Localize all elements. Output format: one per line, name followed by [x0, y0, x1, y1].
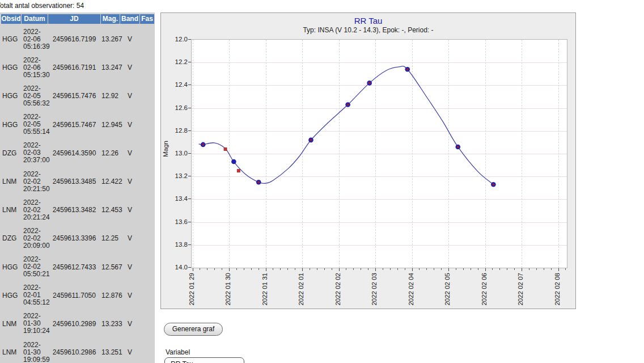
cell-band: V — [120, 121, 139, 129]
observation-point-overlay — [457, 146, 459, 148]
cell-obsid: HGG — [1, 292, 21, 299]
cell-mag: 13.267 — [101, 35, 120, 43]
cell-jd: 2459615.7476 — [48, 92, 100, 100]
x-tick-mark — [273, 268, 273, 270]
x-tick-mark — [565, 268, 566, 270]
chart-subtitle: Typ: INSA (V 10.2 - 14.3), Epok: -, Peri… — [161, 26, 575, 34]
cell-mag: 13.233 — [101, 320, 120, 328]
observation-point-overlay — [368, 82, 371, 84]
y-tick-mark — [188, 108, 191, 108]
observation-point — [237, 170, 240, 172]
cell-obsid: HGG — [1, 92, 21, 100]
table-row: HGG2022-02-0505:56:322459615.747612.92V — [0, 82, 155, 110]
variable-select[interactable]: RR Tau — [164, 357, 244, 363]
cell-band: V — [120, 292, 139, 299]
x-tick-mark — [310, 268, 310, 270]
cell-jd: 2459616.7191 — [48, 64, 100, 71]
cell-mag: 12.25 — [101, 234, 120, 242]
generate-graph-button[interactable]: Generera graf — [164, 323, 223, 336]
cell-mag: 12.422 — [101, 178, 120, 185]
cell-band: V — [120, 92, 139, 100]
cell-band: V — [120, 64, 139, 71]
observation-point — [224, 147, 227, 150]
cell-band: V — [120, 149, 139, 157]
total-observations-label: Totalt antal observationer: 54 — [0, 2, 84, 10]
cell-obsid: LNM — [1, 178, 21, 185]
cell-datum: 2022-02-0104:55:12 — [22, 284, 48, 306]
cell-jd: 2459613.3485 — [48, 178, 100, 185]
cell-band: V — [120, 263, 139, 271]
x-tick-mark — [426, 268, 427, 270]
x-tick-label: 2022 02 03 — [371, 273, 378, 306]
column-header-obsid: Obsid — [1, 14, 21, 24]
x-tick-label: 2022 02 07 — [517, 273, 524, 306]
x-tick-mark — [287, 268, 288, 270]
x-tick-mark — [463, 268, 464, 270]
observation-point-overlay — [202, 143, 204, 146]
cell-datum: 2022-02-0220:09:00 — [22, 227, 48, 250]
chart-title: RR Tau — [161, 16, 575, 26]
cell-datum: 2022-02-0205:50:21 — [22, 256, 48, 278]
column-header-band: Band — [120, 14, 139, 24]
cell-mag: 12.945 — [101, 121, 120, 129]
y-tick-label: 13.0 — [161, 149, 188, 157]
column-header-datum: Datum — [22, 14, 48, 24]
x-tick-mark — [507, 268, 507, 270]
light-curve-chart: RR Tau Typ: INSA (V 10.2 - 14.3), Epok: … — [160, 12, 576, 309]
table-row: LNM2022-01-3019:09:592459610.298613.251V — [0, 338, 155, 363]
mean-point — [231, 159, 236, 164]
x-tick-label: 2022 02 04 — [408, 273, 414, 306]
x-tick-mark — [397, 268, 398, 270]
y-tick-mark — [188, 267, 191, 268]
cell-jd: 2459614.3590 — [48, 149, 100, 157]
x-tick-mark — [412, 268, 413, 271]
x-tick-mark — [485, 268, 486, 271]
table-body: HGG2022-02-0605:16:392459616.719913.267V… — [0, 25, 155, 363]
cell-datum: 2022-02-0320:37:00 — [22, 142, 48, 164]
y-tick-label: 13.8 — [161, 240, 188, 248]
cell-band: V — [120, 320, 139, 328]
x-tick-mark — [368, 268, 368, 270]
y-tick-label: 14.0 — [161, 263, 188, 271]
observation-point-overlay — [492, 183, 494, 185]
x-tick-mark — [214, 268, 215, 270]
table-header-row: ObsidDatumJDMag.BandFas — [0, 14, 155, 24]
light-curve-svg — [192, 40, 567, 268]
x-tick-mark — [456, 268, 456, 270]
y-tick-mark — [188, 85, 191, 85]
y-tick-label: 13.2 — [161, 172, 188, 180]
x-tick-mark — [448, 268, 449, 271]
y-tick-label: 12.6 — [161, 104, 188, 112]
cell-datum: 2022-02-0605:15:30 — [22, 57, 48, 79]
table-row: HGG2022-02-0605:15:302459616.719113.247V — [0, 53, 155, 82]
x-tick-mark — [514, 268, 515, 270]
cell-band: V — [120, 206, 139, 214]
x-tick-mark — [544, 268, 544, 270]
y-tick-label: 12.8 — [161, 126, 188, 134]
cell-jd: 2459616.7199 — [48, 35, 100, 43]
y-tick-mark — [188, 222, 191, 222]
x-tick-mark — [200, 268, 200, 270]
x-tick-mark — [441, 268, 442, 270]
y-tick-label: 12.2 — [161, 58, 188, 66]
x-tick-mark — [551, 268, 552, 270]
x-tick-mark — [222, 268, 222, 270]
x-tick-label: 2022 02 08 — [554, 273, 561, 306]
x-tick-label: 2022 01 31 — [261, 273, 268, 306]
x-tick-mark — [302, 268, 303, 271]
x-tick-label: 2022 02 06 — [481, 273, 488, 306]
cell-datum: 2022-01-3019:09:59 — [22, 341, 48, 363]
x-tick-mark — [251, 268, 252, 270]
x-tick-mark — [193, 268, 193, 271]
x-tick-mark — [492, 268, 493, 270]
cell-datum: 2022-02-0505:56:32 — [22, 85, 48, 107]
x-tick-mark — [324, 268, 325, 270]
table-row: HGG2022-02-0205:50:212459612.743312.567V — [0, 253, 155, 281]
table-row: LNM2022-02-0220:21:502459613.348512.422V — [0, 167, 155, 196]
cell-band: V — [120, 35, 139, 43]
table-row: DZG2022-02-0320:37:002459614.359012.26V — [0, 139, 155, 167]
observation-point-overlay — [347, 103, 349, 105]
x-tick-mark — [471, 268, 471, 270]
cell-datum: 2022-02-0220:21:24 — [22, 199, 48, 221]
x-tick-mark — [361, 268, 361, 270]
